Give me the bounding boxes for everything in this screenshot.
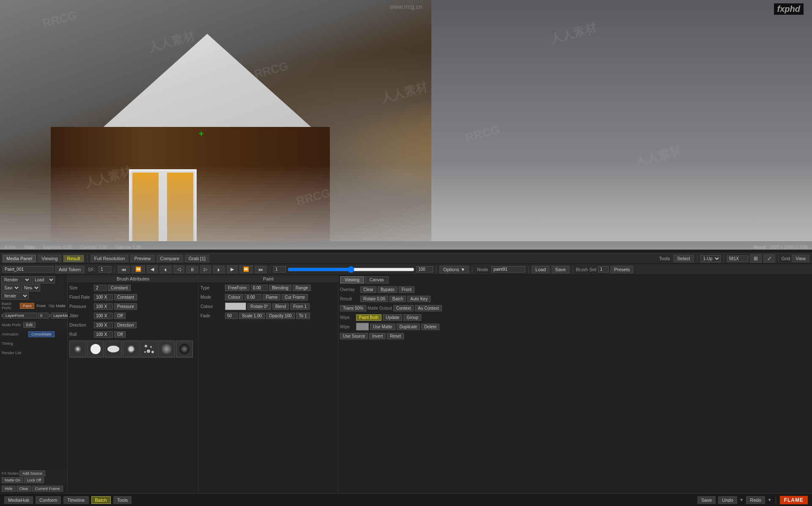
frame-number[interactable]	[273, 266, 286, 272]
blending-btn[interactable]: Blending	[269, 285, 291, 291]
save-bottom-btn[interactable]: Save	[697, 496, 716, 504]
fixed-rate-type[interactable]: Constant	[114, 294, 137, 300]
brush-swatch-ellipse[interactable]	[105, 341, 122, 358]
use-source-btn[interactable]: Use Source	[340, 333, 368, 339]
context-btn[interactable]: Context	[393, 305, 414, 311]
media-hub-btn[interactable]: MediaHub	[4, 496, 33, 504]
play-prev-btn[interactable]: ⏪	[132, 265, 145, 273]
paint-node-input[interactable]	[3, 266, 53, 272]
type-value-btn[interactable]: FreeForm	[225, 285, 250, 291]
full-resolution-btn[interactable]: Full Resolution	[91, 255, 129, 262]
brush-set-value[interactable]	[598, 266, 609, 272]
canvas-tab-btn[interactable]: Canvas	[365, 276, 389, 283]
load-btn[interactable]: Load	[532, 266, 549, 273]
delete-btn[interactable]: Delete	[421, 324, 439, 330]
range-btn[interactable]: Range	[293, 285, 311, 291]
layer-slip-val[interactable]	[38, 313, 49, 319]
batch-right-btn[interactable]: Batch	[390, 296, 406, 302]
select-btn[interactable]: Select	[673, 255, 694, 262]
mode-value-btn[interactable]: Colour	[225, 294, 243, 300]
preview-btn[interactable]: Preview	[130, 255, 154, 262]
pressure-value[interactable]	[94, 303, 113, 310]
brush-swatch-soft[interactable]	[69, 341, 86, 358]
bypass-btn[interactable]: Bypass	[378, 286, 398, 293]
size-value[interactable]	[94, 285, 107, 291]
presets-btn[interactable]: Presets	[610, 266, 634, 273]
duplicate-btn[interactable]: Duplicate	[397, 324, 420, 330]
lock-off-btn[interactable]: Lock Off	[24, 477, 44, 483]
from-btn[interactable]: From 1	[290, 303, 310, 310]
media-panel-tab[interactable]: Media Panel	[3, 255, 36, 262]
paint-both-btn[interactable]: Paint Both	[356, 314, 381, 321]
clear-left-btn[interactable]: Clear	[16, 486, 32, 492]
play-back-btn[interactable]: ◁	[173, 265, 184, 273]
tools-btn[interactable]: Tools	[113, 496, 132, 504]
play-step-fwd-btn[interactable]: ▶	[227, 265, 238, 273]
pressure-type[interactable]: Pressure	[114, 303, 137, 310]
jitter-value[interactable]	[94, 313, 113, 319]
brush-swatch-feather[interactable]	[123, 341, 140, 358]
zoom-input[interactable]	[727, 256, 748, 262]
load-dropdown[interactable]: Load	[32, 276, 55, 283]
brush-swatch-spatter[interactable]	[140, 341, 157, 358]
mode-num[interactable]	[244, 294, 261, 300]
brush-swatch-texture1[interactable]	[158, 341, 175, 358]
play-step-back-btn[interactable]: ◀	[147, 265, 158, 273]
play-first-btn[interactable]: ⏮	[118, 266, 130, 273]
node-value[interactable]	[491, 266, 525, 272]
group-btn[interactable]: Group	[403, 314, 421, 321]
update-btn[interactable]: Update	[383, 314, 402, 321]
roll-value[interactable]	[94, 331, 113, 338]
add-source-btn[interactable]: Add Source	[19, 470, 45, 476]
new-dropdown[interactable]: New	[21, 284, 40, 292]
save-btn-tb[interactable]: Save	[551, 266, 570, 273]
matte-on-btn[interactable]: Matte On	[2, 477, 23, 483]
zoom-fit-btn[interactable]: ⊞	[750, 254, 762, 263]
render-dropdown[interactable]: Render	[1, 276, 31, 283]
play-next-btn[interactable]: ⏩	[239, 265, 253, 273]
brush-swatch-texture2[interactable]	[176, 341, 193, 358]
play-mark-in-btn[interactable]: ⏴	[159, 266, 172, 273]
undo-btn[interactable]: Undo	[718, 496, 737, 504]
redo-btn[interactable]: Redo	[746, 496, 765, 504]
play-fwd-btn[interactable]: ▷	[200, 265, 211, 273]
auto-key-btn[interactable]: Auto Key	[407, 296, 431, 302]
iterate-dropdown[interactable]: Iterate	[1, 292, 29, 300]
conform-btn[interactable]: Conform	[36, 496, 61, 504]
play-mark-out-btn[interactable]: ⏵	[213, 266, 225, 273]
use-matte-btn[interactable]: Use Matte	[370, 324, 395, 330]
frame-slider[interactable]	[288, 267, 414, 272]
save-dropdown[interactable]: Save	[1, 284, 20, 292]
rotate-btn[interactable]: Rotate 0°	[247, 303, 271, 310]
clear-btn[interactable]: Clear	[360, 286, 376, 293]
direction-value[interactable]	[94, 322, 113, 328]
add-token-btn[interactable]: Add Token	[55, 266, 85, 273]
paint-label-btn[interactable]: Paint	[20, 303, 35, 309]
colour-swatch[interactable]	[225, 302, 246, 310]
scale-btn[interactable]: Scale 1.00	[239, 313, 265, 319]
timeline-btn[interactable]: Timeline	[63, 496, 88, 504]
invert-btn[interactable]: Invert	[369, 333, 386, 339]
hide-btn[interactable]: Hide	[2, 486, 16, 492]
au-context-btn[interactable]: Au Context	[415, 305, 442, 311]
frame-end[interactable]	[416, 266, 433, 272]
viewing-tab[interactable]: Viewing	[38, 255, 61, 262]
batch-btn[interactable]: Batch	[91, 496, 111, 504]
consolidate-btn[interactable]: Consolidate	[28, 331, 55, 337]
play-last-btn[interactable]: ⏭	[255, 266, 267, 273]
reset-btn[interactable]: Reset	[387, 333, 404, 339]
grab-btn[interactable]: Grab [1]	[185, 255, 209, 262]
view-btn[interactable]: View	[792, 255, 809, 262]
rotate-right-btn[interactable]: Rotate 0.00	[360, 296, 388, 302]
options-btn[interactable]: Options ▼	[439, 266, 469, 273]
to-btn[interactable]: To 1	[296, 313, 310, 319]
edit-btn[interactable]: Edit	[23, 322, 36, 328]
jitter-type[interactable]: Off	[114, 313, 126, 319]
zoom-fullscreen-btn[interactable]: ⤢	[763, 254, 775, 263]
viewing-tab-btn[interactable]: Viewing	[340, 276, 364, 283]
flame-btn[interactable]: Flame	[263, 294, 280, 300]
fixed-rate-value[interactable]	[94, 294, 113, 300]
type-num[interactable]	[251, 285, 268, 291]
brush-swatch-hard[interactable]	[87, 341, 104, 358]
cur-frame-btn[interactable]: Cur Frame	[282, 294, 308, 300]
